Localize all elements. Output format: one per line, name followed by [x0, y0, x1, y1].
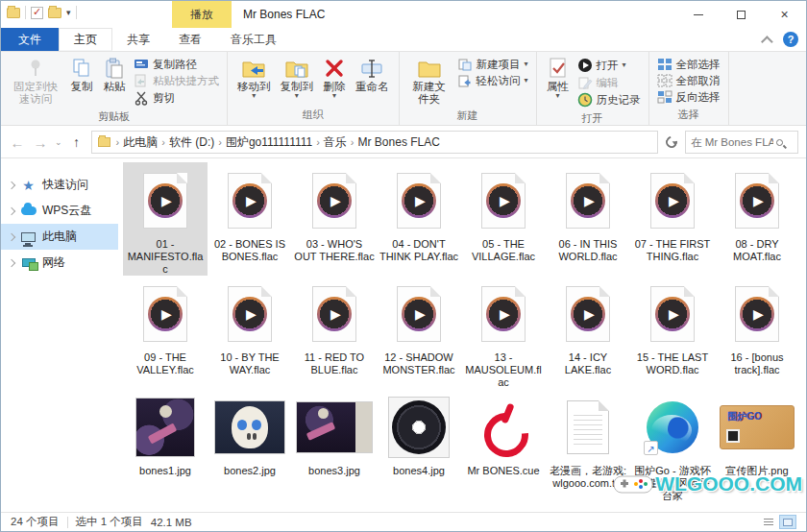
tab-view[interactable]: 查看	[164, 28, 216, 51]
pin-to-quick-access-button[interactable]: 固定到快速访问	[7, 55, 64, 108]
minimize-icon	[694, 14, 703, 15]
edit-button[interactable]: 编辑	[577, 76, 641, 89]
file-name: 03 - WHO'S OUT THERE.flac	[294, 238, 375, 263]
file-item[interactable]: 15 - THE LAST WORD.flac	[630, 276, 715, 389]
button-label: 粘贴	[104, 81, 126, 93]
paste-button[interactable]: 粘贴	[99, 55, 130, 95]
invert-selection-button[interactable]: 反向选择	[657, 90, 721, 104]
collapse-ribbon-icon[interactable]	[761, 36, 773, 48]
item-count: 24 个项目	[11, 515, 60, 529]
move-to-button[interactable]: 移动到 ▾	[233, 55, 275, 101]
open-button[interactable]: 打开 ▾	[577, 58, 641, 73]
breadcrumb-item[interactable]: 围炉go111111111	[224, 135, 314, 149]
file-item[interactable]: 01 - MANIFESTO.flac	[123, 162, 208, 276]
rename-icon	[360, 57, 383, 80]
search-icon[interactable]	[776, 139, 783, 146]
sidebar-item-quick-access[interactable]: ★ 快速访问	[1, 172, 118, 198]
new-folder-icon	[417, 57, 442, 80]
file-item[interactable]: 10 - BY THE WAY.flac	[208, 276, 292, 389]
file-item[interactable]: 11 - RED TO BLUE.flac	[292, 276, 377, 389]
easy-access-button[interactable]: 轻松访问 ▾	[457, 74, 528, 87]
folder-icon[interactable]	[7, 8, 20, 18]
forward-button[interactable]: →	[32, 134, 49, 151]
minimize-button[interactable]	[676, 1, 720, 28]
file-item[interactable]: 06 - IN THIS WORLD.flac	[546, 162, 630, 276]
details-view-button[interactable]	[760, 515, 777, 529]
copy-path-button[interactable]: 复制路径	[134, 58, 219, 71]
file-item[interactable]: 12 - SHADOW MONSTER.flac	[377, 276, 461, 389]
paste-shortcut-button[interactable]: 粘贴快捷方式	[134, 74, 219, 87]
file-name: 08 - DRY MOAT.flac	[717, 238, 797, 263]
copy-to-button[interactable]: 复制到 ▾	[277, 55, 318, 101]
file-item[interactable]: 16 - [bonus track].flac	[715, 276, 799, 389]
new-folder-button[interactable]: 新建文件夹	[405, 55, 453, 108]
copy-button[interactable]: 复制	[66, 55, 97, 95]
file-item[interactable]: 宣传图片.png	[715, 389, 799, 502]
file-item[interactable]: 围炉Go - 游戏怀旧灌水，风渡平台家	[630, 389, 715, 502]
folder-icon[interactable]	[48, 8, 61, 18]
breadcrumb-item[interactable]: 软件 (D:)	[167, 135, 216, 149]
sidebar-item-wps-cloud[interactable]: WPS云盘	[1, 198, 118, 224]
maximize-button[interactable]	[720, 1, 763, 28]
expand-chevron-icon[interactable]	[8, 181, 15, 188]
tab-music-tools[interactable]: 音乐工具	[216, 28, 291, 51]
recent-locations-dropdown[interactable]: ⌄	[55, 137, 62, 147]
expand-chevron-icon[interactable]	[8, 232, 15, 240]
help-icon[interactable]: ?	[783, 32, 798, 47]
breadcrumb-item[interactable]: Mr Bones FLAC	[356, 135, 442, 149]
expand-chevron-icon[interactable]	[8, 206, 15, 214]
properties-button[interactable]: 属性 ▾	[543, 55, 574, 101]
search-box[interactable]	[685, 131, 798, 154]
file-item[interactable]: bones4.jpg	[377, 389, 461, 502]
new-item-button[interactable]: 新建项目 ▾	[457, 58, 528, 71]
select-all-button[interactable]: 全部选择	[657, 58, 721, 71]
file-item[interactable]: bones2.jpg	[208, 389, 292, 502]
dropdown-arrow-icon: ▾	[252, 93, 256, 99]
file-item[interactable]: 老漫画，老游戏: wlgooo.com.txt	[546, 389, 630, 502]
refresh-icon[interactable]	[664, 134, 680, 151]
cut-button[interactable]: 剪切	[134, 90, 219, 106]
file-name: 15 - THE LAST WORD.flac	[632, 351, 713, 376]
file-item[interactable]: 04 - DON'T THINK PLAY.flac	[377, 162, 461, 276]
ribbon-group-organize: 移动到 ▾ 复制到 ▾ 删除 ▾	[228, 52, 400, 125]
expand-chevron-icon[interactable]	[8, 258, 15, 266]
file-item[interactable]: 14 - ICY LAKE.flac	[546, 276, 630, 389]
history-button[interactable]: 历史记录	[577, 92, 641, 108]
sidebar-item-this-pc[interactable]: 此电脑	[1, 224, 118, 250]
button-label: 粘贴快捷方式	[153, 74, 219, 87]
search-input[interactable]	[691, 136, 773, 148]
breadcrumb-separator: ›	[216, 136, 224, 148]
properties-check-icon[interactable]	[31, 7, 43, 19]
file-item[interactable]: 02 - BONES IS BONES.flac	[208, 162, 292, 276]
up-button[interactable]: ↑	[68, 134, 86, 150]
file-item[interactable]: 09 - THE VALLEY.flac	[123, 276, 208, 389]
breadcrumb-separator: ›	[314, 136, 322, 148]
delete-button[interactable]: 删除 ▾	[319, 55, 350, 101]
close-button[interactable]: ×	[763, 1, 806, 28]
select-none-button[interactable]: 全部取消	[657, 74, 721, 87]
tab-home[interactable]: 主页	[59, 28, 112, 51]
file-item[interactable]: 05 - THE VILLAGE.flac	[461, 162, 546, 276]
file-item[interactable]: 08 - DRY MOAT.flac	[715, 162, 799, 276]
ribbon: 固定到快速访问 复制 粘贴	[1, 52, 806, 126]
dropdown-arrow-icon: ▾	[332, 93, 336, 99]
dropdown-arrow-icon[interactable]: ▾	[66, 8, 71, 17]
file-name: 10 - BY THE WAY.flac	[209, 351, 290, 376]
file-item[interactable]: bones1.jpg	[123, 389, 208, 502]
breadcrumb-item[interactable]: 此电脑	[121, 135, 159, 149]
sidebar-item-network[interactable]: 网络	[1, 250, 118, 276]
tab-share[interactable]: 共享	[112, 28, 164, 51]
file-item[interactable]: Mr BONES.cue	[461, 389, 546, 502]
address-bar[interactable]: ›此电脑›软件 (D:)›围炉go111111111›音乐›Mr Bones F…	[91, 131, 658, 154]
rename-button[interactable]: 重命名	[352, 55, 393, 95]
back-button[interactable]: ←	[9, 134, 26, 151]
file-item[interactable]: 03 - WHO'S OUT THERE.flac	[292, 162, 377, 276]
file-item[interactable]: 07 - THE FIRST THING.flac	[630, 162, 715, 276]
paste-icon	[103, 57, 126, 80]
file-item[interactable]: 13 - MAUSOLEUM.flac	[461, 276, 546, 389]
file-name: 老漫画，老游戏: wlgooo.com.txt	[548, 465, 628, 490]
file-item[interactable]: bones3.jpg	[292, 389, 377, 502]
tab-file[interactable]: 文件	[1, 28, 59, 51]
breadcrumb-item[interactable]: 音乐	[322, 135, 349, 149]
thumbnail-view-button[interactable]	[779, 515, 796, 529]
